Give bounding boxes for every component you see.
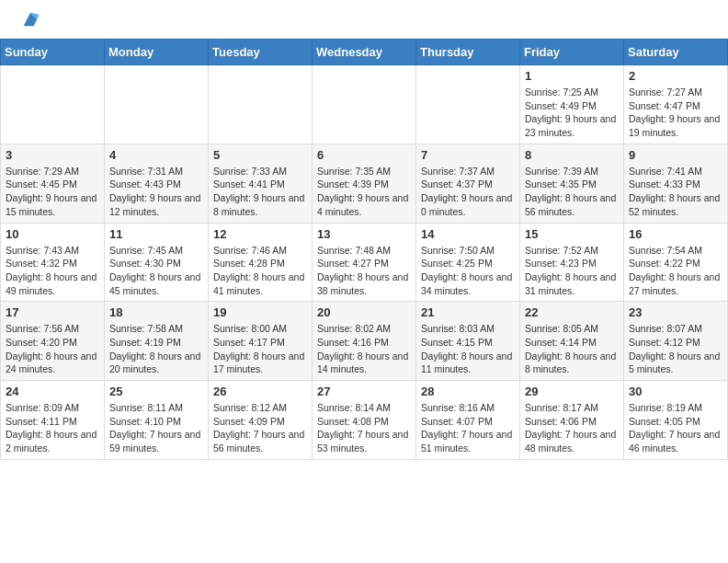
day-number: 22: [525, 305, 619, 319]
calendar-cell: [416, 65, 520, 144]
calendar: SundayMondayTuesdayWednesdayThursdayFrid…: [0, 39, 728, 460]
calendar-week-row: 3Sunrise: 7:29 AM Sunset: 4:45 PM Daylig…: [1, 144, 728, 223]
calendar-cell: 4Sunrise: 7:31 AM Sunset: 4:43 PM Daylig…: [105, 144, 209, 223]
day-number: 15: [525, 227, 619, 241]
calendar-cell: 24Sunrise: 8:09 AM Sunset: 4:11 PM Dayli…: [1, 381, 105, 460]
calendar-cell: 29Sunrise: 8:17 AM Sunset: 4:06 PM Dayli…: [520, 381, 624, 460]
day-number: 7: [421, 148, 515, 162]
day-number: 23: [629, 305, 722, 319]
calendar-cell: 14Sunrise: 7:50 AM Sunset: 4:25 PM Dayli…: [416, 223, 520, 302]
day-number: 14: [421, 227, 515, 241]
calendar-cell: 27Sunrise: 8:14 AM Sunset: 4:08 PM Dayli…: [313, 381, 416, 460]
calendar-header-sunday: Sunday: [1, 40, 105, 65]
calendar-cell: 15Sunrise: 7:52 AM Sunset: 4:23 PM Dayli…: [520, 223, 624, 302]
day-info: Sunrise: 7:35 AM Sunset: 4:39 PM Dayligh…: [317, 165, 411, 219]
calendar-cell: 5Sunrise: 7:33 AM Sunset: 4:41 PM Daylig…: [209, 144, 313, 223]
calendar-cell: 10Sunrise: 7:43 AM Sunset: 4:32 PM Dayli…: [1, 223, 105, 302]
day-number: 26: [213, 385, 307, 398]
calendar-cell: 16Sunrise: 7:54 AM Sunset: 4:22 PM Dayli…: [624, 223, 728, 302]
calendar-cell: 22Sunrise: 8:05 AM Sunset: 4:14 PM Dayli…: [520, 302, 624, 381]
calendar-header-friday: Friday: [520, 40, 624, 65]
day-number: 19: [213, 305, 307, 319]
day-number: 6: [317, 148, 411, 162]
day-info: Sunrise: 8:00 AM Sunset: 4:17 PM Dayligh…: [213, 322, 307, 376]
day-number: 25: [109, 385, 203, 398]
calendar-week-row: 10Sunrise: 7:43 AM Sunset: 4:32 PM Dayli…: [1, 223, 728, 302]
calendar-cell: [313, 65, 416, 144]
day-number: 20: [317, 305, 411, 319]
calendar-cell: 20Sunrise: 8:02 AM Sunset: 4:16 PM Dayli…: [313, 302, 416, 381]
day-number: 13: [317, 227, 411, 241]
day-info: Sunrise: 7:29 AM Sunset: 4:45 PM Dayligh…: [6, 165, 99, 219]
calendar-cell: 17Sunrise: 7:56 AM Sunset: 4:20 PM Dayli…: [1, 302, 105, 381]
day-number: 12: [213, 227, 307, 241]
day-info: Sunrise: 7:39 AM Sunset: 4:35 PM Dayligh…: [525, 165, 619, 219]
day-info: Sunrise: 8:02 AM Sunset: 4:16 PM Dayligh…: [317, 322, 411, 376]
calendar-header-wednesday: Wednesday: [313, 40, 416, 65]
calendar-cell: 7Sunrise: 7:37 AM Sunset: 4:37 PM Daylig…: [416, 144, 520, 223]
calendar-header-tuesday: Tuesday: [209, 40, 313, 65]
day-number: 2: [629, 69, 722, 83]
day-info: Sunrise: 7:54 AM Sunset: 4:22 PM Dayligh…: [629, 244, 722, 298]
day-info: Sunrise: 7:58 AM Sunset: 4:19 PM Dayligh…: [109, 322, 203, 376]
day-number: 21: [421, 305, 515, 319]
day-info: Sunrise: 8:11 AM Sunset: 4:10 PM Dayligh…: [109, 401, 203, 455]
header: [0, 0, 728, 34]
day-info: Sunrise: 7:52 AM Sunset: 4:23 PM Dayligh…: [525, 244, 619, 298]
day-info: Sunrise: 8:14 AM Sunset: 4:08 PM Dayligh…: [317, 401, 411, 455]
day-info: Sunrise: 8:09 AM Sunset: 4:11 PM Dayligh…: [6, 401, 99, 455]
day-info: Sunrise: 7:27 AM Sunset: 4:47 PM Dayligh…: [629, 86, 722, 140]
day-number: 28: [421, 385, 515, 398]
day-info: Sunrise: 8:16 AM Sunset: 4:07 PM Dayligh…: [421, 401, 515, 455]
calendar-cell: 3Sunrise: 7:29 AM Sunset: 4:45 PM Daylig…: [1, 144, 105, 223]
calendar-cell: 13Sunrise: 7:48 AM Sunset: 4:27 PM Dayli…: [313, 223, 416, 302]
calendar-cell: 21Sunrise: 8:03 AM Sunset: 4:15 PM Dayli…: [416, 302, 520, 381]
day-number: 9: [629, 148, 722, 162]
day-info: Sunrise: 8:12 AM Sunset: 4:09 PM Dayligh…: [213, 401, 307, 455]
calendar-cell: 25Sunrise: 8:11 AM Sunset: 4:10 PM Dayli…: [105, 381, 209, 460]
calendar-week-row: 17Sunrise: 7:56 AM Sunset: 4:20 PM Dayli…: [1, 302, 728, 381]
day-number: 4: [109, 148, 203, 162]
day-info: Sunrise: 8:07 AM Sunset: 4:12 PM Dayligh…: [629, 322, 722, 376]
day-info: Sunrise: 7:48 AM Sunset: 4:27 PM Dayligh…: [317, 244, 411, 298]
day-number: 18: [109, 305, 203, 319]
day-info: Sunrise: 7:45 AM Sunset: 4:30 PM Dayligh…: [109, 244, 203, 298]
day-info: Sunrise: 7:43 AM Sunset: 4:32 PM Dayligh…: [6, 244, 99, 298]
calendar-cell: 12Sunrise: 7:46 AM Sunset: 4:28 PM Dayli…: [209, 223, 313, 302]
day-info: Sunrise: 8:17 AM Sunset: 4:06 PM Dayligh…: [525, 401, 619, 455]
calendar-cell: 2Sunrise: 7:27 AM Sunset: 4:47 PM Daylig…: [624, 65, 728, 144]
day-info: Sunrise: 7:33 AM Sunset: 4:41 PM Dayligh…: [213, 165, 307, 219]
day-number: 3: [6, 148, 99, 162]
day-info: Sunrise: 7:50 AM Sunset: 4:25 PM Dayligh…: [421, 244, 515, 298]
calendar-cell: 1Sunrise: 7:25 AM Sunset: 4:49 PM Daylig…: [520, 65, 624, 144]
calendar-cell: 8Sunrise: 7:39 AM Sunset: 4:35 PM Daylig…: [520, 144, 624, 223]
calendar-cell: 28Sunrise: 8:16 AM Sunset: 4:07 PM Dayli…: [416, 381, 520, 460]
day-info: Sunrise: 8:05 AM Sunset: 4:14 PM Dayligh…: [525, 322, 619, 376]
logo: [18, 9, 40, 29]
day-info: Sunrise: 8:03 AM Sunset: 4:15 PM Dayligh…: [421, 322, 515, 376]
day-number: 5: [213, 148, 307, 162]
day-info: Sunrise: 7:41 AM Sunset: 4:33 PM Dayligh…: [629, 165, 722, 219]
calendar-cell: 19Sunrise: 8:00 AM Sunset: 4:17 PM Dayli…: [209, 302, 313, 381]
day-number: 8: [525, 148, 619, 162]
day-info: Sunrise: 7:25 AM Sunset: 4:49 PM Dayligh…: [525, 86, 619, 140]
calendar-cell: 18Sunrise: 7:58 AM Sunset: 4:19 PM Dayli…: [105, 302, 209, 381]
calendar-cell: 6Sunrise: 7:35 AM Sunset: 4:39 PM Daylig…: [313, 144, 416, 223]
day-number: 24: [6, 385, 99, 398]
calendar-cell: 11Sunrise: 7:45 AM Sunset: 4:30 PM Dayli…: [105, 223, 209, 302]
calendar-cell: 30Sunrise: 8:19 AM Sunset: 4:05 PM Dayli…: [624, 381, 728, 460]
calendar-header-row: SundayMondayTuesdayWednesdayThursdayFrid…: [1, 40, 728, 65]
day-number: 27: [317, 385, 411, 398]
day-info: Sunrise: 7:56 AM Sunset: 4:20 PM Dayligh…: [6, 322, 99, 376]
calendar-week-row: 1Sunrise: 7:25 AM Sunset: 4:49 PM Daylig…: [1, 65, 728, 144]
day-number: 30: [629, 385, 722, 398]
day-number: 17: [6, 305, 99, 319]
calendar-cell: [209, 65, 313, 144]
calendar-cell: [1, 65, 105, 144]
day-info: Sunrise: 8:19 AM Sunset: 4:05 PM Dayligh…: [629, 401, 722, 455]
calendar-header-monday: Monday: [105, 40, 209, 65]
calendar-header-thursday: Thursday: [416, 40, 520, 65]
calendar-header-saturday: Saturday: [624, 40, 728, 65]
calendar-cell: 9Sunrise: 7:41 AM Sunset: 4:33 PM Daylig…: [624, 144, 728, 223]
day-info: Sunrise: 7:31 AM Sunset: 4:43 PM Dayligh…: [109, 165, 203, 219]
